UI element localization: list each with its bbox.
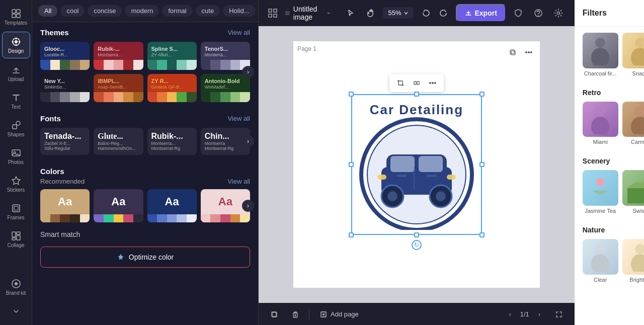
car-illustration (351, 109, 482, 230)
next-page-btn[interactable]: › (533, 308, 545, 320)
page-duplicate-btn[interactable] (506, 45, 520, 59)
font-card-glute[interactable]: Glute... Baloo-Reg... HammersmithOn... (94, 128, 143, 155)
filter-tag-holid[interactable]: Holid... (223, 5, 255, 17)
handle-mid-right[interactable] (479, 162, 485, 167)
bottombar: Add page ‹ 1/1 › (259, 303, 575, 325)
element-toolbar: ••• (389, 74, 444, 92)
svg-point-45 (591, 48, 609, 65)
delete-page-btn[interactable] (288, 307, 303, 322)
undo-button[interactable] (418, 5, 434, 21)
copy-page-btn[interactable] (267, 307, 282, 322)
sidebar-item-collage[interactable]: Collage (2, 226, 30, 252)
more-tool-btn[interactable]: ••• (426, 76, 440, 90)
hand-tool[interactable] (363, 5, 379, 21)
sidebar-item-label: Upload (8, 76, 24, 82)
theme-card-tenor[interactable]: TenorS... Monterra... (201, 42, 250, 70)
expand-btn[interactable] (551, 307, 567, 322)
optimize-color-button[interactable]: Optimize color (40, 247, 250, 268)
topbar-tools: 55% Export (343, 4, 566, 22)
color-card-3[interactable]: Aa (147, 189, 197, 222)
document-title[interactable]: Untitled image (285, 5, 331, 21)
sidebar-item-label: Text (11, 104, 20, 110)
theme-card-spline[interactable]: Spline S... ZY Alluri... (147, 42, 197, 70)
pointer-tool[interactable] (343, 5, 359, 21)
crop-tool-btn[interactable] (393, 76, 408, 90)
divider (309, 309, 309, 319)
flip-tool-btn[interactable] (410, 76, 424, 90)
colors-view-all[interactable]: View all (227, 178, 250, 185)
filter-carmel[interactable]: Carmel (622, 102, 645, 145)
export-button[interactable]: Export (456, 4, 506, 22)
fonts-next-btn[interactable]: › (242, 135, 254, 147)
handle-top-mid[interactable] (414, 92, 419, 97)
filter-miami[interactable]: Miami (583, 102, 618, 145)
theme-card-ibm[interactable]: IBMPL... Asap-SemiB... (94, 74, 143, 102)
sidebar-item-text[interactable]: Text (2, 88, 30, 114)
themes-view-all[interactable]: View all (227, 29, 250, 36)
filter-swiss[interactable]: Swiss (622, 170, 645, 214)
colors-next-btn[interactable]: › (242, 200, 254, 212)
handle-top-left[interactable] (349, 92, 354, 97)
color-card-2[interactable]: Aa (94, 189, 143, 222)
zoom-control[interactable]: 55% (383, 7, 413, 19)
sidebar-item-label: Photos (8, 159, 24, 165)
filter-brighten[interactable]: Brighten (622, 239, 645, 283)
sidebar-item-frames[interactable]: Frames (2, 199, 30, 224)
help-icon-btn[interactable] (530, 5, 546, 21)
filter-tag-all[interactable]: All (38, 5, 57, 17)
handle-mid-left[interactable] (349, 162, 354, 167)
filter-grid-scenery: Jasmine Tea Swiss (583, 170, 644, 214)
svg-rect-2 (12, 14, 16, 18)
filter-jasmine[interactable]: Jasmine Tea (583, 170, 618, 214)
title-text: Untitled image (293, 5, 324, 21)
sidebar-item-shapes[interactable]: Shapes (2, 116, 30, 141)
handle-bot-mid[interactable] (414, 232, 419, 237)
filter-tag-cute[interactable]: cute (196, 5, 220, 17)
theme-card-newy[interactable]: New Y... SinkinSo... (40, 74, 90, 102)
sidebar-item-design[interactable]: Design (2, 32, 30, 58)
filter-tag-formal[interactable]: formal (162, 5, 192, 17)
filter-charcoal[interactable]: Charcoal fir... (583, 33, 618, 76)
themes-next-btn[interactable]: › (242, 66, 254, 78)
sidebar-item-stickers[interactable]: Stickers (2, 171, 30, 197)
shield-icon-btn[interactable] (510, 5, 526, 21)
fonts-view-all[interactable]: View all (227, 115, 250, 122)
theme-card-rubik[interactable]: Rubik-... Montserra... (94, 42, 143, 70)
handle-bot-right[interactable] (479, 232, 485, 237)
sidebar-item-collapse[interactable] (2, 302, 30, 321)
filter-tag-cool[interactable]: cool (60, 5, 85, 17)
redo-button[interactable] (436, 5, 452, 21)
svg-rect-38 (396, 175, 407, 177)
svg-rect-15 (12, 238, 16, 240)
settings-icon-btn[interactable] (550, 5, 567, 21)
filter-clear[interactable]: Clear (583, 239, 618, 283)
add-page-button[interactable]: Add page (315, 308, 363, 320)
sidebar-item-photos[interactable]: Photos (2, 143, 30, 169)
theme-card-glooc[interactable]: Glooc... Lucette-R... (40, 42, 90, 70)
car-title-text[interactable]: Car Detailing (370, 102, 463, 118)
sidebar-item-brand[interactable]: Brand kit (2, 274, 30, 300)
handle-top-right[interactable] (479, 92, 485, 97)
theme-sub: Asap-SemiB... (98, 85, 139, 90)
filter-label-miami: Miami (583, 139, 618, 145)
prev-page-btn[interactable]: ‹ (504, 308, 516, 320)
theme-name: Spline S... (151, 46, 193, 52)
filter-snack[interactable]: Snack (622, 33, 645, 76)
theme-card-zy[interactable]: ZY R... Grotesk GF-B... (147, 74, 197, 102)
topbar: Untitled image 55% (259, 0, 575, 26)
handle-bot-left[interactable] (349, 232, 354, 237)
filter-tag-concise[interactable]: concise (88, 5, 122, 17)
rotate-handle[interactable]: ↻ (412, 240, 422, 250)
brand-icon (11, 278, 22, 289)
theme-card-antonio[interactable]: Antonio-Bold WixMadef... (201, 74, 250, 102)
font-card-tenada[interactable]: Tenada-... Zacbel X-E... Stilu-Regular (40, 128, 90, 155)
shapes-icon (11, 120, 22, 131)
page-more-btn[interactable]: ••• (522, 45, 536, 59)
font-card-rubik[interactable]: Rubik-... Montserra... Montserrat-Rg (147, 128, 197, 155)
sidebar-item-templates[interactable]: Templates (2, 4, 30, 30)
svg-rect-35 (377, 175, 386, 180)
filter-tag-modern[interactable]: modern (125, 5, 159, 17)
color-card-1[interactable]: Aa (40, 189, 90, 222)
sidebar-item-upload[interactable]: Upload (2, 60, 30, 86)
filter-thumb-brighten (622, 239, 645, 275)
